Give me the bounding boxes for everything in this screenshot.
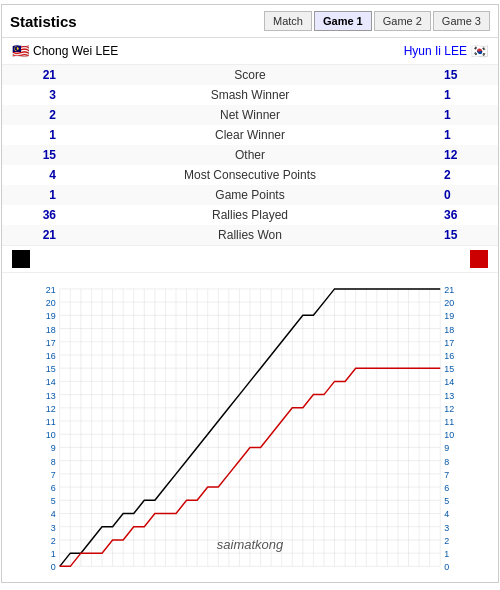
svg-text:2: 2 [51,536,56,546]
player-left: 🇲🇾 Chong Wei LEE [12,43,118,59]
svg-text:13: 13 [444,391,454,401]
stat-right: 1 [438,105,498,125]
svg-text:9: 9 [444,443,449,453]
stat-left: 4 [2,165,62,185]
table-row: 21 Rallies Won 15 [2,225,498,245]
svg-text:15: 15 [46,364,56,374]
stat-label: Net Winner [62,105,438,125]
stat-left: 3 [2,85,62,105]
svg-text:13: 13 [46,391,56,401]
stat-label: Game Points [62,185,438,205]
stat-right: 0 [438,185,498,205]
stat-right: 2 [438,165,498,185]
svg-text:20: 20 [444,298,454,308]
svg-text:4: 4 [51,509,56,519]
svg-text:21: 21 [444,285,454,295]
table-row: 2 Net Winner 1 [2,105,498,125]
score-chart: 0123456789101112131415161718192021012345… [32,279,468,576]
player-right-name: Hyun Ii LEE [404,44,467,58]
table-row: 3 Smash Winner 1 [2,85,498,105]
color-box-black [12,250,30,268]
header: Statistics Match Game 1 Game 2 Game 3 [2,5,498,38]
stat-label: Score [62,65,438,85]
color-box-red [470,250,488,268]
svg-text:0: 0 [51,562,56,572]
stat-right: 12 [438,145,498,165]
svg-text:20: 20 [46,298,56,308]
svg-text:6: 6 [444,483,449,493]
tab-match[interactable]: Match [264,11,312,31]
tab-game1[interactable]: Game 1 [314,11,372,31]
svg-text:16: 16 [46,351,56,361]
svg-text:19: 19 [46,311,56,321]
stat-left: 1 [2,125,62,145]
color-boxes-row [2,245,498,273]
svg-text:9: 9 [51,443,56,453]
svg-text:8: 8 [51,457,56,467]
tab-game3[interactable]: Game 3 [433,11,490,31]
players-row: 🇲🇾 Chong Wei LEE Hyun Ii LEE 🇰🇷 [2,38,498,65]
stat-left: 21 [2,225,62,245]
svg-text:16: 16 [444,351,454,361]
svg-text:15: 15 [444,364,454,374]
svg-text:14: 14 [46,377,56,387]
table-row: 1 Clear Winner 1 [2,125,498,145]
table-row: 36 Rallies Played 36 [2,205,498,225]
svg-text:17: 17 [444,338,454,348]
stat-label: Other [62,145,438,165]
tabs-container: Match Game 1 Game 2 Game 3 [264,11,490,31]
svg-text:1: 1 [444,549,449,559]
flag-left: 🇲🇾 [12,43,29,59]
tab-game2[interactable]: Game 2 [374,11,431,31]
svg-text:21: 21 [46,285,56,295]
svg-text:0: 0 [444,562,449,572]
stats-table: 21 Score 15 3 Smash Winner 1 2 Net Winne… [2,65,498,245]
player-right: Hyun Ii LEE 🇰🇷 [404,43,488,59]
stat-label: Clear Winner [62,125,438,145]
svg-text:12: 12 [444,404,454,414]
svg-text:11: 11 [46,417,56,427]
stat-right: 36 [438,205,498,225]
main-container: Statistics Match Game 1 Game 2 Game 3 🇲🇾… [1,4,499,583]
svg-text:11: 11 [444,417,454,427]
svg-text:12: 12 [46,404,56,414]
table-row: 4 Most Consecutive Points 2 [2,165,498,185]
stat-left: 21 [2,65,62,85]
stat-right: 15 [438,65,498,85]
svg-text:3: 3 [444,523,449,533]
svg-text:2: 2 [444,536,449,546]
stat-label: Rallies Played [62,205,438,225]
stat-right: 1 [438,125,498,145]
svg-text:17: 17 [46,338,56,348]
svg-text:8: 8 [444,457,449,467]
svg-text:5: 5 [444,496,449,506]
stat-label: Rallies Won [62,225,438,245]
svg-text:18: 18 [444,325,454,335]
svg-text:14: 14 [444,377,454,387]
svg-text:4: 4 [444,509,449,519]
svg-text:10: 10 [444,430,454,440]
stat-right: 1 [438,85,498,105]
svg-text:19: 19 [444,311,454,321]
chart-area: 0123456789101112131415161718192021012345… [2,273,498,582]
stat-label: Smash Winner [62,85,438,105]
svg-text:5: 5 [51,496,56,506]
player-left-name: Chong Wei LEE [33,44,118,58]
svg-text:3: 3 [51,523,56,533]
stat-right: 15 [438,225,498,245]
stat-label: Most Consecutive Points [62,165,438,185]
flag-right: 🇰🇷 [471,43,488,59]
page-title: Statistics [10,13,77,30]
svg-text:10: 10 [46,430,56,440]
stat-left: 2 [2,105,62,125]
stat-left: 36 [2,205,62,225]
svg-text:18: 18 [46,325,56,335]
svg-text:7: 7 [51,470,56,480]
stat-left: 15 [2,145,62,165]
table-row: 21 Score 15 [2,65,498,85]
table-row: 1 Game Points 0 [2,185,498,205]
svg-text:1: 1 [51,549,56,559]
stat-left: 1 [2,185,62,205]
table-row: 15 Other 12 [2,145,498,165]
svg-text:6: 6 [51,483,56,493]
